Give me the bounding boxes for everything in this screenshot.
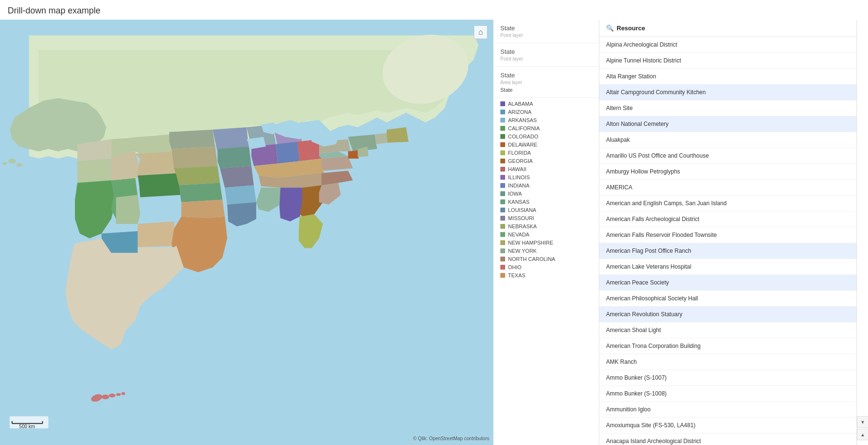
legend-item[interactable]: ARKANSAS	[500, 117, 592, 123]
map-svg: 500 km	[0, 20, 493, 445]
resource-list-item[interactable]: Amarillo US Post Office and Courthouse	[599, 148, 856, 164]
legend-item[interactable]: LOUISIANA	[500, 207, 592, 213]
scroll-up-button[interactable]: ▲	[857, 429, 868, 440]
resource-list-item[interactable]: Alpine Tunnel Historic District	[599, 53, 856, 69]
resource-header: 🔍 Resource	[599, 20, 856, 37]
svg-point-3	[16, 163, 22, 167]
svg-point-8	[116, 393, 121, 396]
legend-item[interactable]: CALIFORNIA	[500, 125, 592, 131]
resource-list-item[interactable]: AMK Ranch	[599, 354, 856, 370]
resource-list-item[interactable]: Amoxiumqua Site (FS-530, LA481)	[599, 418, 856, 433]
resource-list-item[interactable]: Alta Ranger Station	[599, 69, 856, 85]
resource-list-item[interactable]: American Revolution Statuary	[599, 307, 856, 322]
legend-color-swatch	[500, 240, 505, 245]
resource-list-item[interactable]: American Trona Corporation Building	[599, 338, 856, 354]
legend-color-swatch	[500, 232, 505, 237]
legend-state-name: MISSOURI	[508, 215, 534, 221]
legend-state-name: IOWA	[508, 191, 522, 197]
legend-color-swatch	[500, 265, 505, 270]
legend-state-name: NEBRASKA	[508, 223, 537, 229]
legend-panel: State Point layer State Point layer Stat…	[494, 20, 599, 445]
resource-list: Alpina Archeological DistrictAlpine Tunn…	[599, 37, 856, 445]
legend-state-name: LOUISIANA	[508, 207, 536, 213]
legend-item[interactable]: COLORADO	[500, 134, 592, 139]
resource-list-item[interactable]: Alpina Archeological District	[599, 37, 856, 53]
legend-color-swatch	[500, 150, 505, 155]
legend-item[interactable]: IOWA	[500, 191, 592, 197]
resource-list-item[interactable]: Alton National Cemetery	[599, 116, 856, 132]
legend-color-swatch	[500, 142, 505, 147]
resource-list-item[interactable]: Aluakpak	[599, 132, 856, 148]
legend-subtitle-1: Point layer	[500, 33, 592, 38]
legend-item[interactable]: GEORGIA	[500, 158, 592, 164]
svg-point-7	[109, 394, 115, 397]
legend-item[interactable]: NEBRASKA	[500, 223, 592, 229]
legend-state-name: KANSAS	[508, 199, 530, 205]
resource-list-item[interactable]: American Peace Society	[599, 275, 856, 291]
legend-color-swatch	[500, 216, 505, 221]
legend-state-label: State	[500, 87, 592, 93]
legend-items: ALABAMAARIZONAARKANSASCALIFORNIACOLORADO…	[494, 98, 599, 284]
right-panel: State Point layer State Point layer Stat…	[493, 20, 868, 445]
legend-item[interactable]: OHIO	[500, 264, 592, 270]
legend-item[interactable]: INDIANA	[500, 183, 592, 188]
legend-color-swatch	[500, 101, 505, 106]
svg-point-2	[8, 159, 16, 163]
resource-list-item[interactable]: American Falls Archeological District	[599, 211, 856, 227]
scroll-up-icon: ▲	[860, 432, 865, 437]
resource-list-item[interactable]: American Falls Reservoir Flooded Townsit…	[599, 227, 856, 243]
legend-state-name: ARIZONA	[508, 109, 532, 115]
legend-item[interactable]: HAWAII	[500, 166, 592, 172]
legend-color-swatch	[500, 248, 505, 253]
legend-state-name: FLORIDA	[508, 150, 531, 156]
home-icon: ⌂	[478, 28, 483, 37]
legend-item[interactable]: ALABAMA	[500, 101, 592, 107]
resource-list-item[interactable]: Ammo Bunker (S-1008)	[599, 386, 856, 402]
app-container: Drill-down map example	[0, 0, 868, 445]
legend-item[interactable]: FLORIDA	[500, 150, 592, 156]
resource-list-item[interactable]: American and English Camps, San Juan Isl…	[599, 196, 856, 211]
legend-state-name: INDIANA	[508, 183, 530, 188]
svg-text:500 km: 500 km	[19, 424, 35, 429]
legend-item[interactable]: ARIZONA	[500, 109, 592, 115]
legend-color-swatch	[500, 273, 505, 278]
resource-list-item[interactable]: American Lake Veterans Hospital	[599, 259, 856, 275]
legend-title-1: State	[500, 25, 592, 32]
resource-list-item[interactable]: American Shoal Light	[599, 322, 856, 338]
legend-item[interactable]: NORTH CAROLINA	[500, 256, 592, 262]
legend-color-swatch	[500, 118, 505, 123]
resource-list-item[interactable]: Altern Site	[599, 100, 856, 116]
scroll-down-button[interactable]: ▼	[857, 416, 868, 428]
resource-list-item[interactable]: AMERICA	[599, 180, 856, 196]
home-button[interactable]: ⌂	[474, 25, 487, 39]
attribution-text: © Qlik: OpenStreetMap contributors	[413, 436, 489, 441]
legend-item[interactable]: ILLINOIS	[500, 174, 592, 180]
resource-list-item[interactable]: Ammo Bunker (S-1007)	[599, 370, 856, 386]
legend-state-name: OHIO	[508, 264, 521, 270]
legend-color-swatch	[500, 208, 505, 212]
scroll-arrows: ▼ ▲	[856, 20, 868, 445]
legend-state-name: HAWAII	[508, 166, 526, 172]
legend-item[interactable]: NEW YORK	[500, 248, 592, 254]
legend-state-name: COLORADO	[508, 134, 538, 139]
legend-item[interactable]: MISSOURI	[500, 215, 592, 221]
resource-list-item[interactable]: Altair Campground Community Kitchen	[599, 85, 856, 100]
legend-color-swatch	[500, 191, 505, 196]
resource-list-item[interactable]: Ammunition Igloo	[599, 402, 856, 418]
svg-point-4	[2, 162, 7, 165]
legend-item[interactable]: DELAWARE	[500, 142, 592, 148]
legend-item[interactable]: NEW HAMPSHIRE	[500, 240, 592, 246]
legend-item[interactable]: TEXAS	[500, 272, 592, 278]
legend-item[interactable]: KANSAS	[500, 199, 592, 205]
resource-list-item[interactable]: Amburgy Hollow Petroglyphs	[599, 164, 856, 180]
resource-panel[interactable]: 🔍 Resource Alpina Archeological District…	[599, 20, 856, 445]
resource-list-item[interactable]: American Flag Post Office Ranch	[599, 243, 856, 259]
resource-list-item[interactable]: Anacapa Island Archeological District	[599, 433, 856, 445]
map-area[interactable]: 500 km ⌂ © Qlik: OpenStreetMap contribut…	[0, 20, 493, 445]
legend-color-swatch	[500, 134, 505, 139]
resource-list-item[interactable]: American Philosophical Society Hall	[599, 291, 856, 307]
legend-area-title: State	[500, 72, 592, 79]
legend-item[interactable]: NEVADA	[500, 232, 592, 237]
legend-color-swatch	[500, 199, 505, 204]
legend-state-name: TEXAS	[508, 272, 525, 278]
